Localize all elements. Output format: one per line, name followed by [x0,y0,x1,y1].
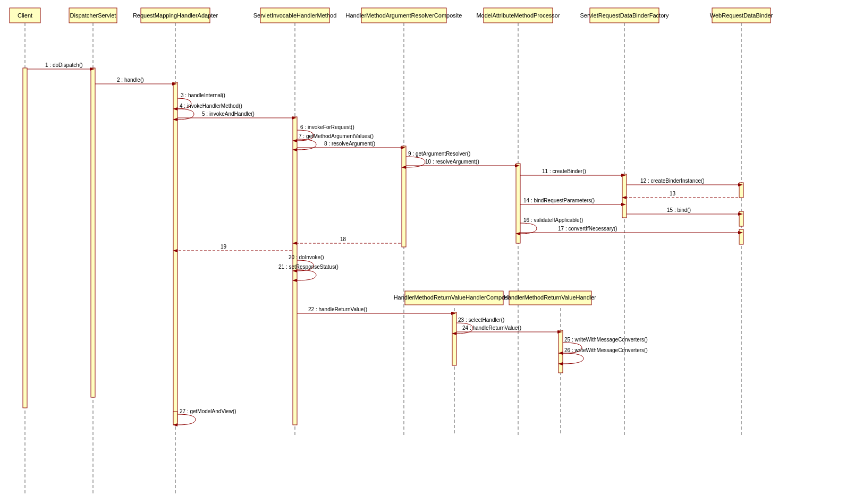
actor-servlet-data-binder-label: ServletRequestDataBinderFactory [580,12,669,19]
msg-7-label: 7 : getMethodArgumentValues() [299,133,374,139]
msg-14-label: 14 : bindRequestParameters() [523,198,595,203]
actor-model-attribute-label: ModelAttributeMethodProcessor [476,12,560,19]
activation-dispatcher [91,68,95,397]
msg-15-label: 15 : bind() [667,207,691,213]
msg-24-label: 24 : handleReturnValue() [462,325,521,331]
activation-model-attribute [516,164,520,243]
actor-web-request-binder-label: WebRequestDataBinder [710,12,773,19]
msg-22-label: 22 : handleReturnValue() [308,306,367,312]
msg-21-label: 21 : setResponseStatus() [278,264,339,270]
activation-handler-arg [402,146,406,247]
msg-3-label: 3 : handleInternal() [181,92,225,98]
msg-20-label: 20 : doInvoke() [289,254,324,260]
activation-req-mapping-bottom [173,412,177,425]
msg-17-label: 17 : convertIfNecessary() [558,226,617,232]
msg-6-label: 6 : invokeForRequest() [300,124,354,130]
actor-request-mapping-label: RequestMappingHandlerAdapter [133,12,218,19]
msg-21-path [297,270,316,280]
msg-13-label: 13 [670,191,676,197]
msg-18-label: 18 [340,236,346,242]
msg-2-label: 2 : handle() [117,77,144,83]
activation-servlet-binder [622,174,627,218]
activation-client [23,68,27,408]
actor-client-label: Client [18,12,32,19]
activation-return-composite [452,312,456,365]
msg-16-label: 16 : validateIfApplicable() [523,217,583,223]
msg-27-label: 27 : getModelAndView() [180,408,236,414]
msg-27-path [177,414,196,425]
msg-9-label: 9 : getArgumentResolver() [408,151,470,157]
msg-12-label: 12 : createBinderInstance() [640,178,705,184]
msg-10-label: 10 : resolveArgument() [425,159,479,165]
sequence-diagram: Client DispatcherServlet RequestMappingH… [0,0,863,504]
actor-dispatcher-label: DispatcherServlet [70,12,116,19]
actor-return-composite-label: HandlerMethodReturnValueHandlerComposite [394,294,514,301]
actor-handler-arg-resolver-label: HandlerMethodArgumentResolverComposite [346,12,462,19]
activation-return-handler [559,330,563,373]
diagram-container: Client DispatcherServlet RequestMappingH… [0,0,863,504]
actor-servlet-invocable-label: ServletInvocableHandlerMethod [253,12,337,19]
msg-25-label: 25 : writeWithMessageConverters() [564,337,648,343]
msg-23-label: 23 : selectHandler() [458,317,504,323]
msg-16-path [520,223,537,234]
msg-5-label: 5 : invokeAndHandle() [202,111,255,117]
actor-return-handler-label: HandlerMethodReturnValueHandler [504,294,596,301]
msg-8-label: 8 : resolveArgument() [324,141,375,147]
msg-1-label: 1 : doDispatch() [45,62,83,68]
msg-26-label: 26 : writeWithMessageConverters() [564,347,648,353]
msg-11-label: 11 : createBinder() [542,168,586,174]
activation-request-mapping [173,82,177,422]
msg-26-path [563,353,583,364]
msg-19-label: 19 [221,244,227,250]
msg-4-label: 4 : invokeHandlerMethod() [180,103,242,109]
